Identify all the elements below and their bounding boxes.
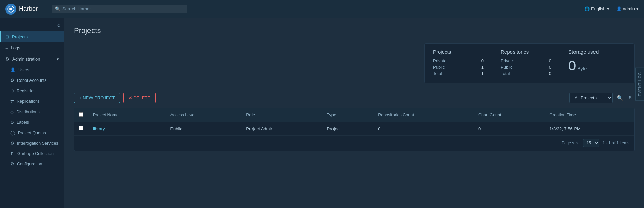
sidebar-label-project-quotas: Project Quotas <box>18 131 46 135</box>
pagination: Page size 15 25 50 1 - 1 of 1 items <box>74 135 634 151</box>
sidebar-item-configuration[interactable]: ⚙ Configuration <box>0 159 64 169</box>
repos-total-row: Total 0 <box>501 71 551 76</box>
table-header-row: Project Name Access Level Role Type Repo… <box>74 108 634 122</box>
users-icon: 👤 <box>10 67 16 72</box>
username-label: admin <box>623 6 635 11</box>
col-creation-time: Creation Time <box>545 108 634 122</box>
page-size-select[interactable]: 15 25 50 <box>583 139 599 147</box>
row-project-name: library <box>88 122 165 135</box>
globe-icon: 🌐 <box>584 6 590 11</box>
sidebar-item-project-quotas[interactable]: ◯ Project Quotas <box>0 128 64 138</box>
delete-label: ✕ DELETE <box>128 95 150 100</box>
row-type: Project <box>322 122 374 135</box>
repositories-stat-title: Repositories <box>501 49 551 55</box>
projects-total-value: 1 <box>481 71 484 76</box>
repos-private-row: Private 0 <box>501 58 551 63</box>
app-name: Harbor <box>19 5 38 13</box>
row-access-level: Public <box>165 122 241 135</box>
project-filter-select[interactable]: All Projects My Projects Public Projects <box>569 93 613 103</box>
table-row: library Public Project Admin Project 0 0… <box>74 122 634 135</box>
sidebar-item-distributions[interactable]: ◇ Distributions <box>0 107 64 117</box>
col-access-level: Access Level <box>165 108 241 122</box>
sidebar-item-logs[interactable]: ≡ Logs <box>0 42 64 53</box>
col-type: Type <box>322 108 374 122</box>
refresh-button[interactable]: ↻ <box>627 94 635 102</box>
select-all-checkbox[interactable] <box>79 112 83 117</box>
sidebar-label-robot-accounts: Robot Accounts <box>17 78 47 83</box>
main-content: Projects Projects Private 0 Public 1 Tot… <box>64 18 644 208</box>
storage-stat-title: Storage used <box>568 49 626 55</box>
projects-private-row: Private 0 <box>433 58 484 63</box>
sidebar-item-garbage-collection[interactable]: 🗑 Garbage Collection <box>0 148 64 159</box>
nav-divider <box>47 4 47 14</box>
projects-table-wrapper: Project Name Access Level Role Type Repo… <box>74 108 635 151</box>
event-log-tab[interactable]: EVENT LOG <box>635 68 644 101</box>
storage-value: 0 <box>568 58 576 73</box>
storage-stat-card: Storage used 0 Byte <box>560 43 635 83</box>
app-logo[interactable]: Harbor <box>5 4 38 15</box>
sidebar-label-garbage-collection: Garbage Collection <box>17 151 54 156</box>
sidebar-label-configuration: Configuration <box>17 162 42 166</box>
projects-total-label: Total <box>433 71 442 76</box>
col-project-name: Project Name <box>88 108 165 122</box>
user-menu[interactable]: 👤 admin ▾ <box>616 6 639 11</box>
sidebar-label-replications: Replications <box>17 99 40 104</box>
new-project-button[interactable]: + NEW PROJECT <box>74 93 120 103</box>
projects-total-row: Total 1 <box>433 71 484 76</box>
sidebar-item-registries[interactable]: ⊕ Registries <box>0 86 64 96</box>
main-layout: « ⊞ Projects ≡ Logs ⚙ Administration ▾ 👤… <box>0 18 644 208</box>
stats-row: Projects Private 0 Public 1 Total 1 Repo… <box>74 43 635 83</box>
sidebar-collapse-button[interactable]: « <box>0 21 64 31</box>
quotas-icon: ◯ <box>10 130 15 135</box>
new-project-label: + NEW PROJECT <box>79 95 115 100</box>
sidebar-item-interrogation-services[interactable]: ⚙ Interrogation Services <box>0 138 64 148</box>
sidebar-item-users[interactable]: 👤 Users <box>0 65 64 75</box>
sidebar-item-robot-accounts[interactable]: ⚙ Robot Accounts <box>0 75 64 86</box>
sidebar-label-interrogation-services: Interrogation Services <box>17 141 58 146</box>
sidebar-label-administration: Administration <box>12 56 40 62</box>
projects-stat-card: Projects Private 0 Public 1 Total 1 <box>424 43 492 83</box>
collapse-icon: « <box>57 22 60 28</box>
search-icon: 🔍 <box>617 95 623 101</box>
sidebar-label-labels: Labels <box>17 120 29 125</box>
top-navigation: Harbor 🔍 🌐 English ▾ 👤 admin ▾ <box>0 0 644 18</box>
project-name-link[interactable]: library <box>93 126 105 131</box>
sidebar-label-users: Users <box>18 68 29 72</box>
labels-icon: ⊘ <box>10 120 14 125</box>
logo-icon <box>5 4 16 15</box>
page-title: Projects <box>74 26 635 35</box>
projects-private-label: Private <box>433 58 446 63</box>
sidebar-item-labels[interactable]: ⊘ Labels <box>0 117 64 128</box>
sidebar-item-replications[interactable]: ⇄ Replications <box>0 96 64 107</box>
toolbar-right: All Projects My Projects Public Projects… <box>569 93 635 103</box>
row-checkbox-cell <box>74 122 88 135</box>
search-button[interactable]: 🔍 <box>616 94 625 102</box>
replications-icon: ⇄ <box>10 99 14 104</box>
admin-chevron-icon: ▾ <box>57 56 59 62</box>
search-input[interactable] <box>62 6 184 11</box>
projects-public-value: 1 <box>481 65 484 70</box>
distributions-icon: ◇ <box>10 109 14 114</box>
row-checkbox[interactable] <box>79 126 83 130</box>
sidebar-item-projects[interactable]: ⊞ Projects <box>0 31 64 42</box>
sidebar-label-logs: Logs <box>11 45 20 50</box>
admin-icon: ⚙ <box>5 56 9 62</box>
pagination-items-label: 1 - 1 of 1 items <box>603 141 629 145</box>
sidebar: « ⊞ Projects ≡ Logs ⚙ Administration ▾ 👤… <box>0 18 64 208</box>
repos-total-value: 0 <box>549 71 551 76</box>
projects-stat-title: Projects <box>433 49 484 55</box>
sidebar-section-administration[interactable]: ⚙ Administration ▾ <box>0 53 64 65</box>
projects-icon: ⊞ <box>5 34 9 39</box>
search-box[interactable]: 🔍 <box>52 5 187 13</box>
repos-public-label: Public <box>501 65 512 70</box>
delete-button[interactable]: ✕ DELETE <box>123 93 156 103</box>
toolbar-left: + NEW PROJECT ✕ DELETE <box>74 93 156 103</box>
row-creation-time: 1/3/22, 7:56 PM <box>545 122 634 135</box>
search-icon: 🔍 <box>55 6 60 11</box>
language-selector[interactable]: 🌐 English ▾ <box>584 6 609 11</box>
projects-private-value: 0 <box>481 58 484 63</box>
checkbox-header <box>74 108 88 122</box>
robot-accounts-icon: ⚙ <box>10 78 14 83</box>
col-chart-count: Chart Count <box>474 108 545 122</box>
col-repositories-count: Repositories Count <box>373 108 474 122</box>
